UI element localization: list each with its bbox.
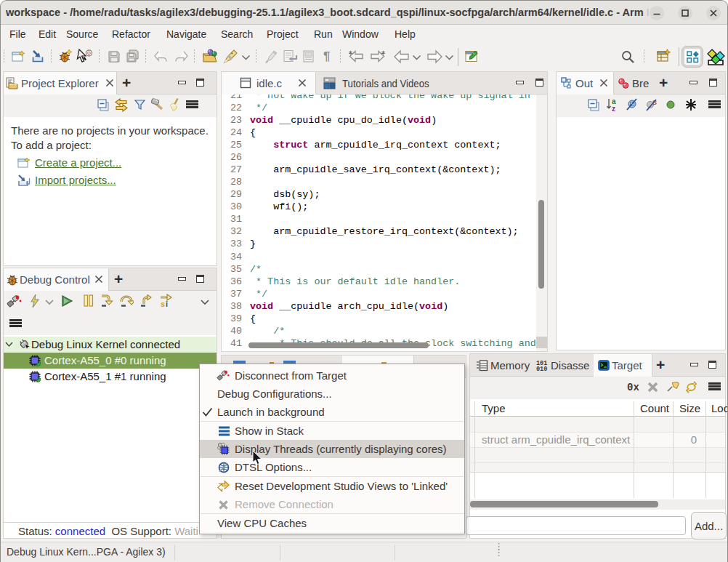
svg-text:s: s bbox=[161, 300, 165, 308]
svg-text:z: z bbox=[612, 105, 615, 112]
svg-text:i: i bbox=[166, 300, 168, 308]
svg-text:010: 010 bbox=[536, 366, 547, 372]
